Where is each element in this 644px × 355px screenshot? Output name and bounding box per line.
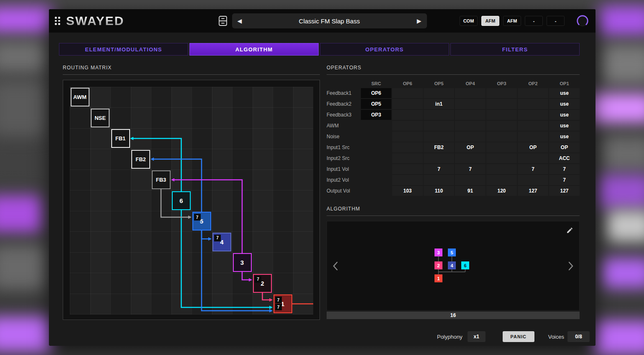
edit-algorithm-icon[interactable]: [566, 227, 573, 234]
algorithm-next-button[interactable]: [568, 261, 573, 271]
matrix-node-op2[interactable]: 27: [253, 274, 272, 293]
op-cell-input1-vol-op2[interactable]: 7: [518, 164, 548, 174]
matrix-node-nse[interactable]: NSE: [91, 109, 110, 127]
op-src-empty-input1-src: [361, 142, 391, 152]
op-cell-output-vol-op4[interactable]: 91: [455, 186, 486, 196]
op-cell-feedback2-op1[interactable]: use: [549, 99, 580, 109]
op-cell-awm-op1[interactable]: use: [549, 121, 580, 131]
svg-text:4: 4: [450, 263, 453, 268]
algorithm-prev-button[interactable]: [333, 261, 338, 271]
tab-operators[interactable]: OPERATORS: [320, 43, 449, 56]
op-cell-output-vol-op6[interactable]: 103: [392, 186, 423, 196]
algorithm-number-bar[interactable]: 16: [327, 312, 580, 319]
op-src-cell-feedback2[interactable]: OP5: [361, 99, 391, 109]
op-cell-feedback3-op1[interactable]: use: [549, 110, 580, 120]
op-cell-input2-vol-op2[interactable]: [518, 175, 548, 185]
op-cell-output-vol-op5[interactable]: 110: [424, 186, 454, 196]
op-cell-noise-op1[interactable]: use: [549, 132, 580, 142]
polyphony-value-button[interactable]: x1: [468, 331, 486, 342]
op-cell-input1-src-op4[interactable]: OP: [455, 142, 486, 152]
op-cell-input1-src-op2[interactable]: OP: [518, 142, 548, 152]
matrix-node-op4[interactable]: 47: [212, 233, 231, 251]
op-cell-feedback3-op6[interactable]: [392, 110, 423, 120]
op-cell-feedback3-op5[interactable]: [424, 110, 454, 120]
op-cell-feedback3-op4[interactable]: [455, 110, 486, 120]
op-cell-feedback1-op1[interactable]: use: [549, 88, 580, 98]
matrix-node-op3[interactable]: 3: [233, 253, 252, 272]
op-cell-feedback2-op2[interactable]: [518, 99, 548, 109]
op-cell-feedback3-op3[interactable]: [486, 110, 517, 120]
op-cell-input2-vol-op5[interactable]: [424, 175, 454, 185]
op-cell-feedback1-op2[interactable]: [518, 88, 548, 98]
op-cell-input1-vol-op5[interactable]: 7: [424, 164, 454, 174]
op-cell-input2-vol-op1[interactable]: 7: [549, 175, 580, 185]
op-cell-input1-vol-op4[interactable]: 7: [455, 164, 486, 174]
op-cell-feedback1-op5[interactable]: [424, 88, 454, 98]
preset-bank-icon[interactable]: [218, 15, 228, 26]
op-cell-input1-src-op3[interactable]: [486, 142, 517, 152]
op-cell-feedback2-op6[interactable]: [392, 99, 423, 109]
op-cell-noise-op2[interactable]: [518, 132, 548, 142]
op-cell-feedback3-op2[interactable]: [518, 110, 548, 120]
op-cell-input2-src-op2[interactable]: [518, 153, 548, 163]
op-cell-awm-op6[interactable]: [392, 121, 423, 131]
menu-icon[interactable]: [55, 17, 60, 25]
mode-button-4--[interactable]: -: [525, 16, 543, 26]
op-cell-awm-op4[interactable]: [455, 121, 486, 131]
op-cell-input2-src-op5[interactable]: [424, 153, 454, 163]
op-cell-output-vol-op2[interactable]: 127: [518, 186, 548, 196]
op-cell-awm-op5[interactable]: [424, 121, 454, 131]
op-src-cell-feedback1[interactable]: OP6: [361, 88, 391, 98]
mode-button-5--[interactable]: -: [547, 16, 565, 26]
tab-algorithm[interactable]: ALGORITHM: [189, 43, 319, 56]
op-cell-input1-vol-op3[interactable]: [486, 164, 517, 174]
matrix-node-fb1[interactable]: FB1: [111, 129, 130, 148]
preset-next-button[interactable]: ▶: [417, 18, 422, 24]
mode-button-2-afm[interactable]: AFM: [481, 16, 499, 26]
op-cell-input1-src-op5[interactable]: FB2: [424, 142, 454, 152]
op-cell-input2-vol-op6[interactable]: [392, 175, 423, 185]
matrix-node-op6[interactable]: 6: [172, 191, 191, 210]
matrix-node-awm[interactable]: AWM: [71, 88, 89, 106]
op-cell-awm-op3[interactable]: [486, 121, 517, 131]
op-cell-awm-op2[interactable]: [518, 121, 548, 131]
op-cell-input1-src-op6[interactable]: [392, 142, 423, 152]
op-cell-noise-op6[interactable]: [392, 132, 423, 142]
op-cell-feedback1-op6[interactable]: [392, 88, 423, 98]
op-cell-noise-op3[interactable]: [486, 132, 517, 142]
op-cell-input2-src-op4[interactable]: [455, 153, 486, 163]
op-cell-input1-vol-op1[interactable]: 7: [549, 164, 580, 174]
op-cell-input2-src-op3[interactable]: [486, 153, 517, 163]
mode-button-3-afm[interactable]: AFM: [503, 16, 521, 26]
op-cell-noise-op5[interactable]: [424, 132, 454, 142]
preset-name[interactable]: Classic FM Slap Bass: [242, 18, 417, 25]
op-cell-input2-src-op1[interactable]: ACC: [549, 153, 580, 163]
matrix-node-op1[interactable]: 177: [273, 294, 292, 313]
op-cell-feedback1-op3[interactable]: [486, 88, 517, 98]
op-cell-input2-vol-op4[interactable]: [455, 175, 486, 185]
op-cell-feedback2-op5[interactable]: in1: [424, 99, 454, 109]
op-cell-input2-vol-op3[interactable]: [486, 175, 517, 185]
op-src-cell-feedback3[interactable]: OP3: [361, 110, 391, 120]
panic-button[interactable]: PANIC: [503, 331, 534, 342]
tab-element-modulations[interactable]: ELEMENT/MODULATIONS: [59, 43, 188, 56]
op-cell-input1-vol-op6[interactable]: [392, 164, 423, 174]
op-cell-output-vol-op1[interactable]: 127: [549, 186, 580, 196]
tab-filters[interactable]: FILTERS: [450, 43, 580, 56]
preset-prev-button[interactable]: ◀: [238, 18, 242, 24]
op-cell-feedback1-op4[interactable]: [455, 88, 486, 98]
matrix-node-fb2[interactable]: FB2: [131, 150, 150, 169]
op-cell-output-vol-op3[interactable]: 120: [486, 186, 517, 196]
op-cell-input1-src-op1[interactable]: OP: [549, 142, 580, 152]
input-volume-badge: 7: [214, 235, 221, 241]
op-cell-noise-op4[interactable]: [455, 132, 486, 142]
matrix-node-op5[interactable]: 57: [192, 212, 211, 231]
algo-node-6: 6: [461, 261, 469, 269]
master-knob[interactable]: [575, 14, 590, 28]
op-cell-input2-src-op6[interactable]: [392, 153, 423, 163]
op-cell-feedback2-op4[interactable]: [455, 99, 486, 109]
matrix-node-fb3[interactable]: FB3: [152, 170, 171, 189]
mode-button-1-com[interactable]: COM: [460, 16, 478, 26]
op-cell-feedback2-op3[interactable]: [486, 99, 517, 109]
voices-value-button[interactable]: 0/8: [567, 331, 590, 342]
